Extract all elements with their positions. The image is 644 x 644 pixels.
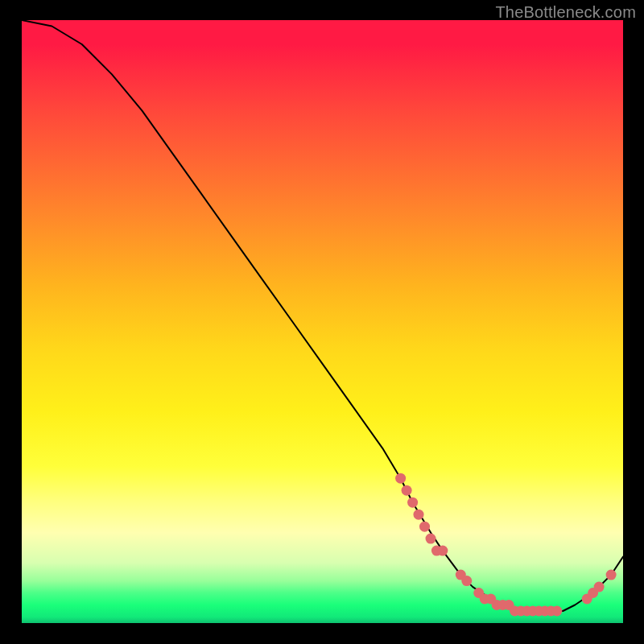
data-marker: [437, 546, 448, 556]
data-marker: [402, 485, 412, 496]
plot-area: [22, 20, 623, 623]
data-marker: [426, 534, 436, 544]
data-marker: [414, 510, 424, 520]
watermark-label: TheBottleneck.com: [495, 3, 636, 22]
curve-path: [22, 20, 623, 611]
data-marker: [407, 497, 418, 508]
bottleneck-curve: [22, 20, 623, 623]
data-marker: [461, 576, 472, 586]
chart-stage: TheBottleneck.com: [0, 0, 644, 644]
data-marker: [395, 473, 406, 484]
data-marker: [551, 606, 562, 617]
data-marker: [606, 570, 617, 580]
data-marker: [419, 522, 430, 532]
data-marker: [594, 582, 605, 592]
